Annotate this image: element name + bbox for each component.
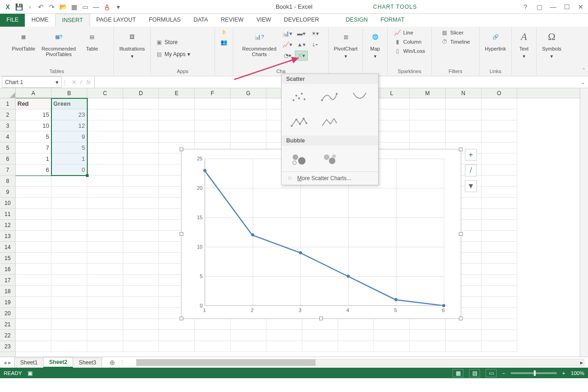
cell[interactable] xyxy=(123,319,159,330)
text-button[interactable]: A Text▾ xyxy=(513,28,536,60)
data-point[interactable] xyxy=(251,233,254,237)
cell[interactable] xyxy=(195,98,231,109)
rowhdr-8[interactable]: 8 xyxy=(0,176,15,187)
people-icon[interactable]: 👥 xyxy=(220,39,228,46)
cell[interactable] xyxy=(481,131,517,142)
ribbon-display-icon[interactable]: ▢ xyxy=(534,3,545,11)
cell[interactable] xyxy=(123,120,159,131)
tab-data[interactable]: DATA xyxy=(187,14,214,27)
cell[interactable] xyxy=(123,253,159,264)
sheet-tab-2[interactable]: Sheet2 xyxy=(43,357,73,368)
cell[interactable] xyxy=(481,286,517,297)
cell[interactable] xyxy=(16,209,51,220)
more-icon[interactable]: ▾ xyxy=(113,2,123,12)
cell[interactable] xyxy=(123,220,159,231)
cell[interactable] xyxy=(87,131,123,142)
scatter-lines-markers-icon[interactable] xyxy=(288,114,310,132)
cell[interactable] xyxy=(159,341,195,352)
pivottable-button[interactable]: ▦ PivotTable xyxy=(10,28,37,52)
cell[interactable] xyxy=(16,220,51,231)
add-sheet-button[interactable]: ⊕ xyxy=(107,358,118,367)
cell[interactable] xyxy=(374,319,410,330)
cell[interactable] xyxy=(374,98,410,109)
colhdr-F[interactable]: F xyxy=(195,88,231,98)
new-doc-icon[interactable]: ▫ xyxy=(25,2,35,12)
rowhdr-18[interactable]: 18 xyxy=(0,286,15,297)
chart-style-button[interactable]: / xyxy=(465,165,477,176)
cell[interactable] xyxy=(195,330,231,341)
area-chart-icon[interactable]: ▲▾ xyxy=(295,40,308,50)
cell[interactable]: 10 xyxy=(16,120,51,131)
save-icon[interactable]: 💾 xyxy=(14,2,24,12)
cell[interactable] xyxy=(87,187,123,198)
cell[interactable] xyxy=(231,330,266,341)
cell[interactable] xyxy=(51,308,87,319)
rowhdr-4[interactable]: 4 xyxy=(0,131,15,142)
minimize-icon[interactable]: — xyxy=(548,3,559,11)
undo-icon[interactable]: ↶ xyxy=(36,2,46,12)
colhdr-D[interactable]: D xyxy=(123,88,159,98)
cell[interactable] xyxy=(159,330,195,341)
cell[interactable] xyxy=(16,231,51,242)
symbols-button[interactable]: Ω Symbols▾ xyxy=(540,28,563,60)
cell[interactable] xyxy=(338,319,374,330)
chart-filter-button[interactable]: ▼ xyxy=(465,180,477,192)
collapse-ribbon-icon[interactable]: ˄ xyxy=(582,68,585,74)
cell[interactable] xyxy=(410,330,446,341)
cell[interactable]: Green xyxy=(51,98,87,109)
cell[interactable]: 9 xyxy=(51,131,87,142)
cell[interactable] xyxy=(51,231,87,242)
cell[interactable] xyxy=(87,198,123,209)
scatter-smooth-markers-icon[interactable] xyxy=(318,88,340,106)
cell[interactable] xyxy=(159,131,195,142)
vertical-scrollbar[interactable] xyxy=(580,88,588,357)
resize-handle-w[interactable] xyxy=(180,232,183,236)
colhdr-E[interactable]: E xyxy=(159,88,195,98)
cell[interactable] xyxy=(338,330,374,341)
enter-icon[interactable]: ✓ xyxy=(79,79,84,85)
bubble-3d-icon[interactable] xyxy=(318,149,340,168)
slicer-button[interactable]: ▦Slicer xyxy=(440,28,471,37)
data-point[interactable] xyxy=(442,304,446,307)
tab-page-layout[interactable]: PAGE LAYOUT xyxy=(90,14,142,27)
colhdr-B[interactable]: B xyxy=(51,88,87,98)
cell[interactable] xyxy=(446,330,481,341)
cell[interactable] xyxy=(410,120,446,131)
cell[interactable] xyxy=(16,275,51,286)
cell[interactable] xyxy=(374,341,410,352)
cell[interactable] xyxy=(195,131,231,142)
cell[interactable] xyxy=(123,176,159,187)
cell[interactable] xyxy=(123,187,159,198)
cell[interactable] xyxy=(16,319,51,330)
cell[interactable] xyxy=(481,165,517,176)
macro-record-icon[interactable]: ▣ xyxy=(28,370,33,376)
cell[interactable] xyxy=(51,220,87,231)
cell[interactable] xyxy=(231,109,266,120)
scatter-markers-icon[interactable] xyxy=(288,88,310,106)
view-page-break-icon[interactable]: ▭ xyxy=(486,369,497,377)
cell[interactable] xyxy=(16,264,51,275)
cell[interactable] xyxy=(446,109,481,120)
cell[interactable] xyxy=(195,109,231,120)
open-icon[interactable]: 📂 xyxy=(58,2,68,12)
table-button[interactable]: ▤ Table xyxy=(80,28,103,52)
cancel-icon[interactable]: ✕ xyxy=(72,79,76,85)
cell[interactable] xyxy=(481,275,517,286)
scatter-lines-icon[interactable] xyxy=(318,114,340,132)
my-apps-button[interactable]: ▤My Apps▾ xyxy=(154,50,211,58)
cell[interactable] xyxy=(51,341,87,352)
cell[interactable] xyxy=(481,98,517,109)
cell[interactable] xyxy=(410,341,446,352)
rowhdr-5[interactable]: 5 xyxy=(0,142,15,153)
fx-icon[interactable]: fx xyxy=(86,79,90,85)
cell[interactable]: 15 xyxy=(16,109,51,120)
redo-icon[interactable]: ↷ xyxy=(47,2,57,12)
pivotchart-button[interactable]: ▥ PivotChart▾ xyxy=(332,28,359,60)
cell[interactable] xyxy=(481,220,517,231)
cell[interactable] xyxy=(123,264,159,275)
cell[interactable] xyxy=(87,153,123,165)
resize-handle-sw[interactable] xyxy=(180,317,183,320)
cell[interactable] xyxy=(16,176,51,187)
chart-add-element-button[interactable]: + xyxy=(465,149,477,161)
cell[interactable] xyxy=(51,319,87,330)
